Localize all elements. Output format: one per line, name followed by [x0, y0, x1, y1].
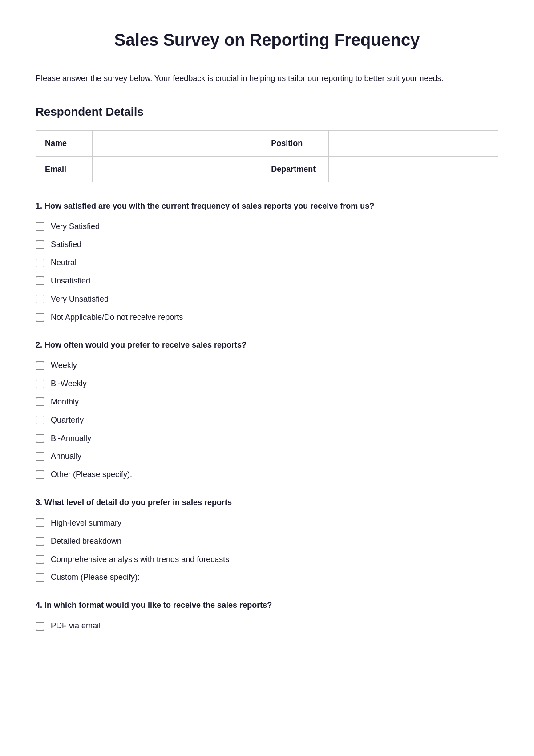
option-label: Bi-Weekly [51, 377, 87, 390]
question-4: 4. In which format would you like to rec… [36, 599, 498, 632]
option-label: Comprehensive analysis with trends and f… [51, 553, 229, 566]
list-item[interactable]: Satisfied [36, 238, 498, 251]
option-label: Annually [51, 450, 81, 463]
checkbox-icon[interactable] [36, 222, 44, 231]
checkbox-icon[interactable] [36, 434, 44, 443]
list-item[interactable]: Very Unsatisfied [36, 293, 498, 306]
list-item[interactable]: Bi-Weekly [36, 377, 498, 390]
list-item[interactable]: Detailed breakdown [36, 535, 498, 548]
position-value[interactable] [328, 130, 498, 156]
list-item[interactable]: PDF via email [36, 619, 498, 632]
option-label: Monthly [51, 396, 79, 408]
list-item[interactable]: Not Applicable/Do not receive reports [36, 311, 498, 324]
question-1: 1. How satisfied are you with the curren… [36, 200, 498, 324]
option-label: Not Applicable/Do not receive reports [51, 311, 183, 324]
position-label: Position [262, 130, 328, 156]
email-value[interactable] [93, 156, 262, 182]
checkbox-icon[interactable] [36, 276, 44, 285]
checkbox-icon[interactable] [36, 537, 44, 546]
list-item[interactable]: Comprehensive analysis with trends and f… [36, 553, 498, 566]
checkbox-icon[interactable] [36, 573, 44, 582]
question-3-options: High-level summaryDetailed breakdownComp… [36, 517, 498, 584]
question-3-text: 3. What level of detail do you prefer in… [36, 497, 498, 509]
question-2: 2. How often would you prefer to receive… [36, 339, 498, 481]
question-1-options: Very SatisfiedSatisfiedNeutralUnsatisfie… [36, 220, 498, 324]
question-3: 3. What level of detail do you prefer in… [36, 497, 498, 584]
name-label: Name [36, 130, 93, 156]
checkbox-icon[interactable] [36, 295, 44, 303]
email-label: Email [36, 156, 93, 182]
question-4-options: PDF via email [36, 619, 498, 632]
question-2-text: 2. How often would you prefer to receive… [36, 339, 498, 351]
list-item[interactable]: Bi-Annually [36, 432, 498, 445]
list-item[interactable]: High-level summary [36, 517, 498, 530]
option-label: Neutral [51, 256, 77, 269]
list-item[interactable]: Weekly [36, 359, 498, 372]
checkbox-icon[interactable] [36, 380, 44, 388]
question-4-text: 4. In which format would you like to rec… [36, 599, 498, 611]
checkbox-icon[interactable] [36, 622, 44, 631]
checkbox-icon[interactable] [36, 259, 44, 267]
option-label: Detailed breakdown [51, 535, 121, 548]
option-label: High-level summary [51, 517, 121, 530]
list-item[interactable]: Custom (Please specify): [36, 571, 498, 584]
checkbox-icon[interactable] [36, 397, 44, 406]
checkbox-icon[interactable] [36, 416, 44, 424]
checkbox-icon[interactable] [36, 555, 44, 564]
name-value[interactable] [93, 130, 262, 156]
checkbox-icon[interactable] [36, 361, 44, 370]
question-2-options: WeeklyBi-WeeklyMonthlyQuarterlyBi-Annual… [36, 359, 498, 481]
question-1-text: 1. How satisfied are you with the curren… [36, 200, 498, 212]
list-item[interactable]: Unsatisfied [36, 275, 498, 287]
list-item[interactable]: Quarterly [36, 414, 498, 427]
list-item[interactable]: Very Satisfied [36, 220, 498, 233]
checkbox-icon[interactable] [36, 518, 44, 527]
option-label: Bi-Annually [51, 432, 91, 445]
option-label: Satisfied [51, 238, 81, 251]
checkbox-icon[interactable] [36, 240, 44, 249]
page-title: Sales Survey on Reporting Frequency [36, 27, 498, 54]
respondent-section-heading: Respondent Details [36, 103, 498, 121]
list-item[interactable]: Other (Please specify): [36, 468, 498, 481]
option-label: Quarterly [51, 414, 84, 427]
list-item[interactable]: Annually [36, 450, 498, 463]
option-label: Very Satisfied [51, 220, 100, 233]
list-item[interactable]: Monthly [36, 396, 498, 408]
checkbox-icon[interactable] [36, 313, 44, 322]
questions-container: 1. How satisfied are you with the curren… [36, 200, 498, 632]
option-label: PDF via email [51, 619, 101, 632]
option-label: Very Unsatisfied [51, 293, 109, 306]
checkbox-icon[interactable] [36, 470, 44, 479]
option-label: Custom (Please specify): [51, 571, 140, 584]
option-label: Weekly [51, 359, 77, 372]
department-value[interactable] [328, 156, 498, 182]
list-item[interactable]: Neutral [36, 256, 498, 269]
respondent-table: Name Position Email Department [36, 130, 498, 182]
checkbox-icon[interactable] [36, 452, 44, 461]
department-label: Department [262, 156, 328, 182]
intro-text: Please answer the survey below. Your fee… [36, 72, 498, 85]
option-label: Other (Please specify): [51, 468, 132, 481]
option-label: Unsatisfied [51, 275, 90, 287]
